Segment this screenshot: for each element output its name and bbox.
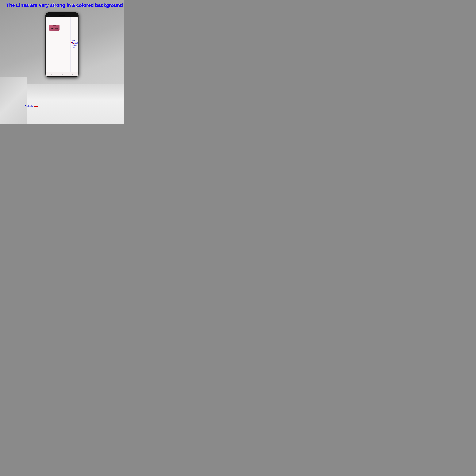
phone-top-notch (46, 14, 78, 17)
heading: The Lines are very strong in a colored b… (6, 2, 118, 8)
price-sticker: 59.35 (49, 25, 60, 31)
phone-wrapper: 59.35 ||| ○ < Two Colored Vertical Line (45, 12, 79, 77)
nav-recent-icon: < (72, 73, 73, 75)
notch-sensor (49, 15, 50, 16)
nav-home-icon: ○ (62, 73, 63, 75)
nav-back-icon: ||| (51, 73, 52, 75)
vertical-line-1 (70, 17, 71, 76)
vertical-line-2 (72, 17, 72, 76)
notch-cam (47, 15, 49, 16)
display: 59.35 ||| ○ < (46, 17, 78, 76)
navigation-bar: ||| ○ < (46, 72, 78, 76)
bubble-label: Bubble (25, 105, 33, 108)
bubble-arrow-icon (34, 105, 38, 108)
notch-speaker (59, 15, 66, 16)
bubble-annotation: Bubble (25, 105, 38, 108)
box-left (0, 77, 27, 124)
price-text: 59.35 (51, 27, 58, 30)
phone-frame: 59.35 ||| ○ < (45, 12, 79, 77)
heading-text: The Lines are very strong in a colored b… (6, 2, 123, 8)
notch-left (47, 15, 50, 16)
